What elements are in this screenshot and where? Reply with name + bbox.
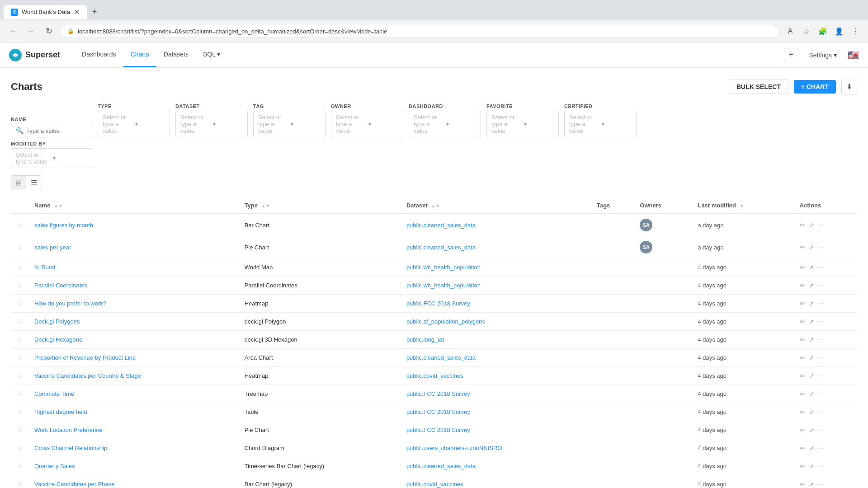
new-tab-button[interactable]: + (89, 4, 101, 20)
chart-name-link[interactable]: Highest degree held (34, 408, 87, 415)
nav-plus-button[interactable]: + (784, 48, 798, 62)
edit-icon[interactable]: ✏ (800, 264, 805, 271)
list-view-button[interactable]: ☰ (26, 176, 42, 190)
dataset-link[interactable]: public.covid_vaccines (406, 372, 463, 379)
chart-name-link[interactable]: Quarterly Sales (34, 463, 75, 469)
dataset-link[interactable]: public.cleaned_sales_data (406, 463, 476, 469)
share-icon[interactable]: ↗ (809, 221, 814, 229)
star-icon[interactable]: ☆ (16, 300, 23, 307)
filter-name-input[interactable] (26, 127, 87, 134)
edit-icon[interactable]: ✏ (800, 354, 805, 361)
star-icon[interactable]: ☆ (16, 244, 23, 251)
dataset-link[interactable]: public.long_lat (406, 336, 444, 343)
bookmark-button[interactable]: ☆ (799, 24, 814, 38)
more-icon[interactable]: ⋯ (818, 318, 824, 325)
share-icon[interactable]: ↗ (809, 481, 814, 488)
filter-tag-select[interactable]: Select or type a value ▾ (253, 111, 326, 137)
share-icon[interactable]: ↗ (809, 282, 814, 289)
col-header-dataset[interactable]: Dataset ▲▼ (401, 197, 591, 214)
edit-icon[interactable]: ✏ (800, 408, 805, 416)
dataset-link[interactable]: public.cleaned_sales_data (406, 244, 476, 251)
share-icon[interactable]: ↗ (809, 390, 814, 398)
filter-dataset-select[interactable]: Select or type a value ▾ (175, 111, 248, 137)
share-icon[interactable]: ↗ (809, 354, 814, 361)
more-icon[interactable]: ⋯ (818, 427, 824, 434)
chart-name-link[interactable]: Deck.gl Hexagons (34, 336, 82, 343)
star-icon[interactable]: ☆ (16, 372, 23, 380)
tab-close-button[interactable]: ✕ (74, 9, 80, 16)
star-icon[interactable]: ☆ (16, 336, 23, 343)
star-icon[interactable]: ☆ (16, 263, 23, 271)
chart-name-link[interactable]: Work Location Preference (34, 427, 102, 433)
more-icon[interactable]: ⋯ (818, 390, 824, 398)
more-icon[interactable]: ⋯ (818, 244, 824, 251)
add-chart-button[interactable]: + CHART (794, 80, 836, 94)
chart-name-link[interactable]: Parallel Coordinates (34, 282, 87, 289)
chart-name-link[interactable]: Commute Time (34, 390, 74, 397)
chart-name-link[interactable]: Vaccine Candidates per Country & Stage (34, 372, 141, 379)
star-icon[interactable]: ☆ (16, 318, 23, 325)
address-bar[interactable]: 🔒 localhost:8088/chart/list/?pageIndex=0… (60, 25, 779, 38)
edit-icon[interactable]: ✏ (800, 336, 805, 343)
reload-button[interactable]: ↻ (42, 24, 56, 38)
share-icon[interactable]: ↗ (809, 264, 814, 271)
more-icon[interactable]: ⋯ (818, 336, 824, 343)
more-icon[interactable]: ⋯ (818, 282, 824, 289)
star-icon[interactable]: ☆ (16, 282, 23, 289)
more-icon[interactable]: ⋯ (818, 372, 824, 380)
share-icon[interactable]: ↗ (809, 300, 814, 307)
dataset-link[interactable]: public.users_channels-uzooNNtSRO (406, 445, 502, 451)
edit-icon[interactable]: ✏ (800, 427, 805, 434)
more-icon[interactable]: ⋯ (818, 300, 824, 307)
nav-dashboards[interactable]: Dashboards (75, 42, 123, 67)
edit-icon[interactable]: ✏ (800, 221, 805, 229)
share-icon[interactable]: ↗ (809, 408, 814, 416)
nav-sql[interactable]: SQL ▾ (196, 42, 227, 67)
chart-name-link[interactable]: sales figures by month (34, 222, 93, 229)
grid-view-button[interactable]: ⊞ (11, 176, 26, 190)
star-icon[interactable]: ☆ (16, 408, 23, 416)
forward-button[interactable]: → (24, 24, 38, 38)
dataset-link[interactable]: public.sf_population_polygons (406, 318, 485, 325)
dataset-link[interactable]: public.wb_health_population (406, 264, 481, 271)
col-header-name[interactable]: Name ▲▼ (29, 197, 239, 214)
chart-name-link[interactable]: % Rural (34, 264, 55, 271)
share-icon[interactable]: ↗ (809, 336, 814, 343)
filter-modified-by-select[interactable]: Select or type a value ▾ (11, 148, 92, 168)
dataset-link[interactable]: public.FCC 2018 Survey (406, 300, 470, 307)
star-icon[interactable]: ☆ (16, 444, 23, 452)
chart-name-link[interactable]: sales per year (34, 244, 71, 251)
star-icon[interactable]: ☆ (16, 390, 23, 398)
dataset-link[interactable]: public.FCC 2018 Survey (406, 390, 470, 397)
edit-icon[interactable]: ✏ (800, 244, 805, 251)
chart-name-link[interactable]: Vaccine Candidates per Phase (34, 481, 115, 488)
filter-type-select[interactable]: Select or type a value ▾ (98, 111, 170, 137)
chart-name-link[interactable]: Cross Channel Relationship (34, 445, 107, 451)
more-icon[interactable]: ⋯ (818, 481, 824, 488)
download-button[interactable]: ⬇ (841, 79, 857, 94)
menu-button[interactable]: ⋮ (848, 24, 863, 38)
filter-favorite-select[interactable]: Select or type a value ▾ (486, 111, 559, 137)
more-icon[interactable]: ⋯ (818, 221, 824, 229)
dataset-link[interactable]: public.FCC 2018 Survey (406, 408, 470, 415)
col-header-last-modified[interactable]: Last modified ▼ (692, 197, 794, 214)
edit-icon[interactable]: ✏ (800, 445, 805, 452)
chart-name-link[interactable]: Deck.gl Polygons (34, 318, 80, 325)
profile-button[interactable]: 👤 (832, 24, 846, 38)
nav-settings-button[interactable]: Settings ▾ (804, 49, 842, 61)
dataset-link[interactable]: public.wb_health_population (406, 282, 481, 289)
dataset-link[interactable]: public.cleaned_sales_data (406, 222, 476, 229)
dataset-link[interactable]: public.covid_vaccines (406, 481, 463, 488)
share-icon[interactable]: ↗ (809, 318, 814, 325)
nav-datasets[interactable]: Datasets (156, 42, 196, 67)
chart-name-link[interactable]: How do you prefer to work? (34, 300, 106, 307)
edit-icon[interactable]: ✏ (800, 318, 805, 325)
more-icon[interactable]: ⋯ (818, 408, 824, 416)
edit-icon[interactable]: ✏ (800, 372, 805, 380)
filter-dashboard-select[interactable]: Select or type a value ▾ (409, 111, 481, 137)
edit-icon[interactable]: ✏ (800, 481, 805, 488)
star-icon[interactable]: ☆ (16, 221, 23, 229)
dataset-link[interactable]: public.cleaned_sales_data (406, 354, 476, 361)
more-icon[interactable]: ⋯ (818, 445, 824, 452)
edit-icon[interactable]: ✏ (800, 390, 805, 398)
